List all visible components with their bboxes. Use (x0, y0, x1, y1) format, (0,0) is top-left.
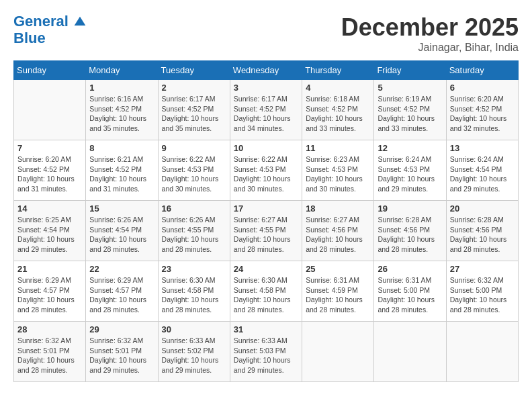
daylight-text: Daylight: 10 hours and 35 minutes. (162, 113, 226, 133)
day-header-thursday: Thursday (302, 61, 374, 80)
calendar-day-cell: 7Sunrise: 6:20 AMSunset: 4:52 PMDaylight… (14, 140, 86, 201)
daylight-text: Daylight: 10 hours and 30 minutes. (162, 174, 226, 193)
sunset-text: Sunset: 4:53 PM (378, 165, 442, 175)
day-info: Sunrise: 6:22 AMSunset: 4:53 PMDaylight:… (162, 154, 226, 194)
sunset-text: Sunset: 4:57 PM (17, 285, 82, 295)
calendar-week-row: 28Sunrise: 6:32 AMSunset: 5:01 PMDayligh… (14, 322, 519, 382)
sunrise-text: Sunrise: 6:27 AM (306, 215, 370, 225)
day-info: Sunrise: 6:29 AMSunset: 4:57 PMDaylight:… (17, 275, 82, 315)
calendar-day-cell: 25Sunrise: 6:31 AMSunset: 4:59 PMDayligh… (302, 261, 374, 322)
day-number: 16 (162, 203, 226, 214)
day-number: 30 (162, 324, 226, 334)
daylight-text: Daylight: 10 hours and 28 minutes. (234, 295, 298, 314)
sunrise-text: Sunrise: 6:28 AM (378, 215, 442, 225)
day-header-saturday: Saturday (446, 61, 518, 80)
page-header: General Blue December 2025 Jainagar, Bih… (13, 13, 519, 54)
daylight-text: Daylight: 10 hours and 28 minutes. (306, 234, 370, 254)
day-info: Sunrise: 6:24 AMSunset: 4:54 PMDaylight:… (450, 154, 515, 194)
month-title: December 2025 (341, 13, 519, 42)
calendar-day-cell: 21Sunrise: 6:29 AMSunset: 4:57 PMDayligh… (14, 261, 86, 322)
day-number: 3 (234, 83, 298, 93)
day-info: Sunrise: 6:23 AMSunset: 4:53 PMDaylight:… (306, 154, 370, 194)
daylight-text: Daylight: 10 hours and 35 minutes. (89, 113, 154, 133)
daylight-text: Daylight: 10 hours and 28 minutes. (162, 295, 226, 314)
day-info: Sunrise: 6:32 AMSunset: 5:01 PMDaylight:… (89, 336, 154, 375)
day-header-friday: Friday (374, 61, 446, 80)
calendar-day-cell: 26Sunrise: 6:31 AMSunset: 5:00 PMDayligh… (374, 261, 446, 322)
day-number: 25 (306, 264, 370, 274)
sunset-text: Sunset: 4:55 PM (234, 225, 298, 235)
day-info: Sunrise: 6:30 AMSunset: 4:58 PMDaylight:… (162, 275, 226, 315)
daylight-text: Daylight: 10 hours and 28 minutes. (306, 295, 370, 314)
daylight-text: Daylight: 10 hours and 28 minutes. (162, 234, 226, 254)
sunrise-text: Sunrise: 6:24 AM (450, 154, 515, 165)
sunrise-text: Sunrise: 6:21 AM (89, 154, 154, 165)
calendar-day-cell: 4Sunrise: 6:18 AMSunset: 4:52 PMDaylight… (302, 80, 374, 140)
sunrise-text: Sunrise: 6:32 AM (450, 275, 515, 285)
day-info: Sunrise: 6:28 AMSunset: 4:56 PMDaylight:… (450, 215, 515, 255)
daylight-text: Daylight: 10 hours and 33 minutes. (378, 113, 442, 133)
day-info: Sunrise: 6:33 AMSunset: 5:03 PMDaylight:… (234, 336, 298, 375)
sunset-text: Sunset: 4:52 PM (450, 104, 515, 114)
day-info: Sunrise: 6:26 AMSunset: 4:55 PMDaylight:… (162, 215, 226, 255)
daylight-text: Daylight: 10 hours and 31 minutes. (17, 174, 82, 193)
sunrise-text: Sunrise: 6:17 AM (162, 94, 226, 104)
sunset-text: Sunset: 5:01 PM (89, 346, 154, 356)
day-number: 6 (450, 83, 515, 93)
day-number: 12 (378, 143, 442, 153)
day-info: Sunrise: 6:33 AMSunset: 5:02 PMDaylight:… (162, 336, 226, 375)
sunset-text: Sunset: 4:53 PM (306, 165, 370, 175)
sunrise-text: Sunrise: 6:30 AM (234, 275, 298, 285)
calendar-day-cell: 24Sunrise: 6:30 AMSunset: 4:58 PMDayligh… (230, 261, 302, 322)
daylight-text: Daylight: 10 hours and 29 minutes. (89, 355, 154, 375)
day-number: 18 (306, 203, 370, 214)
daylight-text: Daylight: 10 hours and 30 minutes. (234, 174, 298, 193)
calendar-day-cell: 17Sunrise: 6:27 AMSunset: 4:55 PMDayligh… (230, 201, 302, 261)
sunset-text: Sunset: 4:57 PM (89, 285, 154, 295)
svg-marker-0 (75, 17, 86, 26)
calendar-week-row: 1Sunrise: 6:16 AMSunset: 4:52 PMDaylight… (14, 80, 519, 140)
sunrise-text: Sunrise: 6:32 AM (17, 336, 82, 346)
calendar-day-cell: 28Sunrise: 6:32 AMSunset: 5:01 PMDayligh… (14, 322, 86, 382)
day-info: Sunrise: 6:16 AMSunset: 4:52 PMDaylight:… (89, 94, 154, 134)
day-info: Sunrise: 6:27 AMSunset: 4:56 PMDaylight:… (306, 215, 370, 255)
calendar-day-cell: 29Sunrise: 6:32 AMSunset: 5:01 PMDayligh… (86, 322, 158, 382)
day-number: 5 (378, 83, 442, 93)
day-info: Sunrise: 6:30 AMSunset: 4:58 PMDaylight:… (234, 275, 298, 315)
day-number: 4 (306, 83, 370, 93)
sunset-text: Sunset: 5:00 PM (450, 285, 515, 295)
location: Jainagar, Bihar, India (341, 42, 519, 54)
sunrise-text: Sunrise: 6:31 AM (378, 275, 442, 285)
sunrise-text: Sunrise: 6:31 AM (306, 275, 370, 285)
daylight-text: Daylight: 10 hours and 29 minutes. (162, 355, 226, 375)
calendar-day-cell: 27Sunrise: 6:32 AMSunset: 5:00 PMDayligh… (446, 261, 518, 322)
day-info: Sunrise: 6:28 AMSunset: 4:56 PMDaylight:… (378, 215, 442, 255)
sunset-text: Sunset: 4:52 PM (234, 104, 298, 114)
daylight-text: Daylight: 10 hours and 29 minutes. (17, 234, 82, 254)
sunrise-text: Sunrise: 6:30 AM (162, 275, 226, 285)
sunset-text: Sunset: 4:56 PM (450, 225, 515, 235)
day-header-monday: Monday (86, 61, 158, 80)
sunrise-text: Sunrise: 6:17 AM (234, 94, 298, 104)
sunset-text: Sunset: 4:56 PM (306, 225, 370, 235)
sunset-text: Sunset: 4:54 PM (89, 225, 154, 235)
day-number: 14 (17, 203, 82, 214)
sunrise-text: Sunrise: 6:29 AM (17, 275, 82, 285)
day-number: 2 (162, 83, 226, 93)
sunrise-text: Sunrise: 6:19 AM (378, 94, 442, 104)
day-number: 27 (450, 264, 515, 274)
day-header-sunday: Sunday (14, 61, 86, 80)
day-header-wednesday: Wednesday (230, 61, 302, 80)
calendar-day-cell (374, 322, 446, 382)
sunrise-text: Sunrise: 6:25 AM (17, 215, 82, 225)
calendar-day-cell: 16Sunrise: 6:26 AMSunset: 4:55 PMDayligh… (158, 201, 230, 261)
calendar-day-cell: 14Sunrise: 6:25 AMSunset: 4:54 PMDayligh… (14, 201, 86, 261)
sunset-text: Sunset: 4:54 PM (17, 225, 82, 235)
sunset-text: Sunset: 4:59 PM (306, 285, 370, 295)
sunrise-text: Sunrise: 6:33 AM (162, 336, 226, 346)
daylight-text: Daylight: 10 hours and 33 minutes. (306, 113, 370, 133)
sunrise-text: Sunrise: 6:20 AM (17, 154, 82, 165)
sunset-text: Sunset: 5:01 PM (17, 346, 82, 356)
day-number: 8 (89, 143, 154, 153)
day-info: Sunrise: 6:21 AMSunset: 4:52 PMDaylight:… (89, 154, 154, 194)
